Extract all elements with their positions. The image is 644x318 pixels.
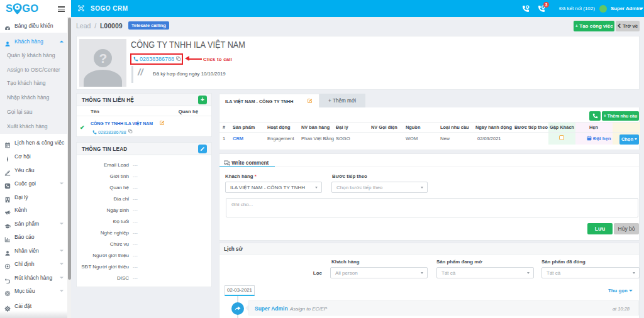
- svg-text:S: S: [6, 3, 13, 14]
- svg-text:GO: GO: [22, 3, 38, 14]
